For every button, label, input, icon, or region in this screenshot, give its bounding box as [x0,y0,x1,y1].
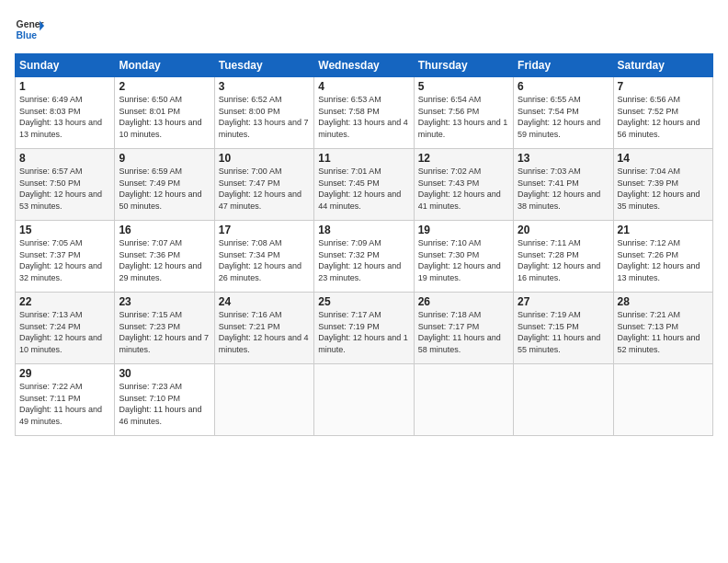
day-number: 22 [19,295,110,308]
day-info: Sunrise: 7:18 AMSunset: 7:17 PMDaylight:… [418,309,509,355]
calendar-cell: 1Sunrise: 6:49 AMSunset: 8:03 PMDaylight… [16,77,115,149]
day-info: Sunrise: 7:12 AMSunset: 7:26 PMDaylight:… [618,237,709,283]
calendar-week-5: 29Sunrise: 7:22 AMSunset: 7:11 PMDayligh… [16,364,713,436]
calendar-cell: 7Sunrise: 6:56 AMSunset: 7:52 PMDaylight… [613,77,712,149]
day-info: Sunrise: 6:56 AMSunset: 7:52 PMDaylight:… [618,94,709,140]
day-number: 30 [119,367,210,380]
day-info: Sunrise: 7:21 AMSunset: 7:13 PMDaylight:… [618,309,709,355]
calendar-cell: 8Sunrise: 6:57 AMSunset: 7:50 PMDaylight… [16,149,115,221]
calendar-week-4: 22Sunrise: 7:13 AMSunset: 7:24 PMDayligh… [16,293,713,364]
svg-text:Blue: Blue [17,30,38,40]
day-info: Sunrise: 6:50 AMSunset: 8:01 PMDaylight:… [119,94,210,140]
col-header-thursday: Thursday [414,54,513,77]
day-number: 5 [418,80,509,93]
col-header-friday: Friday [514,54,613,77]
day-info: Sunrise: 6:54 AMSunset: 7:56 PMDaylight:… [418,94,509,140]
day-info: Sunrise: 7:00 AMSunset: 7:47 PMDaylight:… [219,166,310,212]
day-info: Sunrise: 7:01 AMSunset: 7:45 PMDaylight:… [318,166,409,212]
day-info: Sunrise: 7:16 AMSunset: 7:21 PMDaylight:… [219,309,310,355]
calendar-cell: 4Sunrise: 6:53 AMSunset: 7:58 PMDaylight… [314,77,414,149]
day-number: 26 [418,295,509,308]
calendar-cell: 10Sunrise: 7:00 AMSunset: 7:47 PMDayligh… [214,149,313,221]
col-header-tuesday: Tuesday [214,54,313,77]
day-info: Sunrise: 7:04 AMSunset: 7:39 PMDaylight:… [618,166,709,212]
day-number: 16 [119,224,210,236]
day-info: Sunrise: 7:13 AMSunset: 7:24 PMDaylight:… [19,309,110,355]
calendar-cell: 11Sunrise: 7:01 AMSunset: 7:45 PMDayligh… [314,149,414,221]
day-info: Sunrise: 7:11 AMSunset: 7:28 PMDaylight:… [518,237,609,283]
calendar-cell [414,364,513,436]
calendar-cell: 19Sunrise: 7:10 AMSunset: 7:30 PMDayligh… [414,221,513,293]
calendar-cell: 2Sunrise: 6:50 AMSunset: 8:01 PMDaylight… [115,77,214,149]
day-number: 11 [318,152,409,165]
day-number: 10 [219,152,310,165]
logo: General Blue [15,15,44,44]
calendar-table: SundayMondayTuesdayWednesdayThursdayFrid… [15,53,713,436]
calendar-cell: 12Sunrise: 7:02 AMSunset: 7:43 PMDayligh… [414,149,513,221]
day-number: 25 [318,295,409,308]
calendar-cell: 30Sunrise: 7:23 AMSunset: 7:10 PMDayligh… [115,364,214,436]
calendar-cell: 13Sunrise: 7:03 AMSunset: 7:41 PMDayligh… [514,149,613,221]
day-number: 9 [119,152,210,165]
col-header-saturday: Saturday [613,54,712,77]
calendar-cell: 14Sunrise: 7:04 AMSunset: 7:39 PMDayligh… [613,149,712,221]
calendar-week-3: 15Sunrise: 7:05 AMSunset: 7:37 PMDayligh… [16,221,713,293]
day-number: 27 [518,295,609,308]
logo-icon: General Blue [15,15,44,44]
day-info: Sunrise: 7:03 AMSunset: 7:41 PMDaylight:… [518,166,609,212]
day-info: Sunrise: 7:02 AMSunset: 7:43 PMDaylight:… [418,166,509,212]
day-info: Sunrise: 6:57 AMSunset: 7:50 PMDaylight:… [19,166,110,212]
calendar-cell: 21Sunrise: 7:12 AMSunset: 7:26 PMDayligh… [613,221,712,293]
calendar-cell: 25Sunrise: 7:17 AMSunset: 7:19 PMDayligh… [314,293,414,364]
day-info: Sunrise: 7:07 AMSunset: 7:36 PMDaylight:… [119,237,210,283]
calendar-cell [314,364,414,436]
day-info: Sunrise: 6:49 AMSunset: 8:03 PMDaylight:… [19,94,110,140]
col-header-wednesday: Wednesday [314,54,414,77]
calendar-cell: 27Sunrise: 7:19 AMSunset: 7:15 PMDayligh… [514,293,613,364]
day-number: 7 [618,80,709,93]
calendar-cell: 18Sunrise: 7:09 AMSunset: 7:32 PMDayligh… [314,221,414,293]
day-number: 6 [518,80,609,93]
day-number: 20 [518,224,609,236]
calendar-cell [214,364,313,436]
day-number: 17 [219,224,310,236]
calendar-cell: 15Sunrise: 7:05 AMSunset: 7:37 PMDayligh… [16,221,115,293]
day-number: 4 [318,80,409,93]
day-info: Sunrise: 7:15 AMSunset: 7:23 PMDaylight:… [119,309,210,355]
day-number: 24 [219,295,310,308]
day-number: 29 [19,367,110,380]
calendar-cell: 24Sunrise: 7:16 AMSunset: 7:21 PMDayligh… [214,293,313,364]
day-number: 14 [618,152,709,165]
day-info: Sunrise: 6:59 AMSunset: 7:49 PMDaylight:… [119,166,210,212]
calendar-cell: 22Sunrise: 7:13 AMSunset: 7:24 PMDayligh… [16,293,115,364]
calendar-cell: 3Sunrise: 6:52 AMSunset: 8:00 PMDaylight… [214,77,313,149]
col-header-monday: Monday [115,54,214,77]
calendar-cell: 16Sunrise: 7:07 AMSunset: 7:36 PMDayligh… [115,221,214,293]
calendar-cell: 26Sunrise: 7:18 AMSunset: 7:17 PMDayligh… [414,293,513,364]
day-number: 15 [19,224,110,236]
day-info: Sunrise: 7:22 AMSunset: 7:11 PMDaylight:… [19,381,110,427]
calendar-cell: 17Sunrise: 7:08 AMSunset: 7:34 PMDayligh… [214,221,313,293]
day-number: 13 [518,152,609,165]
day-info: Sunrise: 7:23 AMSunset: 7:10 PMDaylight:… [119,381,210,427]
calendar-cell: 9Sunrise: 6:59 AMSunset: 7:49 PMDaylight… [115,149,214,221]
day-info: Sunrise: 7:17 AMSunset: 7:19 PMDaylight:… [318,309,409,355]
day-number: 8 [19,152,110,165]
day-info: Sunrise: 7:09 AMSunset: 7:32 PMDaylight:… [318,237,409,283]
calendar-cell: 29Sunrise: 7:22 AMSunset: 7:11 PMDayligh… [16,364,115,436]
day-number: 28 [618,295,709,308]
col-header-sunday: Sunday [16,54,115,77]
calendar-cell: 20Sunrise: 7:11 AMSunset: 7:28 PMDayligh… [514,221,613,293]
page-header: General Blue [15,15,713,44]
day-number: 3 [219,80,310,93]
calendar-cell: 5Sunrise: 6:54 AMSunset: 7:56 PMDaylight… [414,77,513,149]
day-info: Sunrise: 6:52 AMSunset: 8:00 PMDaylight:… [219,94,310,140]
day-number: 12 [418,152,509,165]
day-info: Sunrise: 7:08 AMSunset: 7:34 PMDaylight:… [219,237,310,283]
calendar-week-1: 1Sunrise: 6:49 AMSunset: 8:03 PMDaylight… [16,77,713,149]
day-info: Sunrise: 7:10 AMSunset: 7:30 PMDaylight:… [418,237,509,283]
day-info: Sunrise: 6:53 AMSunset: 7:58 PMDaylight:… [318,94,409,140]
day-number: 19 [418,224,509,236]
day-number: 2 [119,80,210,93]
day-number: 1 [19,80,110,93]
